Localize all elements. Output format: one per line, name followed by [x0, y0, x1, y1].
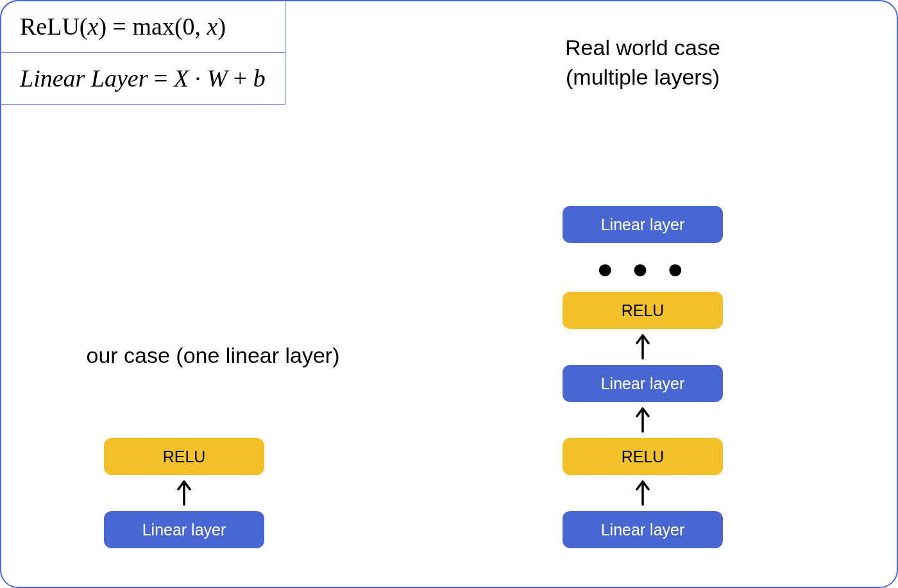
- block-label: RELU: [622, 301, 665, 320]
- block-label: Linear layer: [601, 374, 685, 393]
- arrow-up-icon: [634, 329, 652, 365]
- relu-block: RELU: [563, 438, 723, 475]
- formula-text: =: [148, 65, 174, 92]
- arrow-up-icon: [634, 475, 652, 511]
- formula-text: ·: [189, 65, 207, 92]
- formula-text: x: [88, 13, 99, 40]
- relu-block: RELU: [104, 438, 264, 475]
- formula-text: W: [207, 65, 228, 92]
- linear-layer-block: Linear layer: [563, 365, 723, 402]
- formula-text: Linear Layer: [20, 65, 148, 92]
- diagram-canvas: ReLU(x) = max(0, x) Linear Layer = X · W…: [0, 0, 898, 588]
- relu-block: RELU: [563, 292, 723, 329]
- block-label: Linear layer: [601, 521, 685, 539]
- block-label: Linear layer: [601, 215, 685, 234]
- formula-text: ReLU(: [20, 13, 88, 40]
- formula-text: ) = max(0,: [98, 13, 207, 40]
- arrow-up-icon: [175, 475, 193, 511]
- heading-line: (multiple layers): [521, 63, 765, 92]
- linear-layer-block: Linear layer: [563, 511, 723, 548]
- formula-box: ReLU(x) = max(0, x) Linear Layer = X · W…: [0, 0, 285, 105]
- formula-relu: ReLU(x) = max(0, x): [1, 1, 285, 52]
- block-label: RELU: [622, 448, 665, 466]
- linear-layer-block: Linear layer: [563, 206, 723, 243]
- formula-text: x: [207, 13, 218, 40]
- formula-text: ): [217, 13, 226, 40]
- stack-our-case: Linear layer RELU: [104, 438, 264, 548]
- linear-layer-block: Linear layer: [104, 511, 264, 548]
- formula-text: +: [227, 65, 253, 92]
- heading-real-world: Real world case (multiple layers): [521, 33, 765, 92]
- heading-line: Real world case: [521, 33, 765, 63]
- formula-linear: Linear Layer = X · W + b: [1, 52, 285, 104]
- block-label: Linear layer: [142, 521, 226, 539]
- stack-real-world: Linear layer RELU Linear layer RELU ● ● …: [563, 206, 723, 548]
- formula-text: b: [253, 65, 266, 92]
- heading-our-case: our case (one linear layer): [53, 341, 373, 371]
- ellipsis-icon: ● ● ●: [597, 243, 689, 292]
- block-label: RELU: [163, 448, 206, 466]
- arrow-up-icon: [634, 402, 652, 438]
- formula-text: X: [174, 65, 189, 92]
